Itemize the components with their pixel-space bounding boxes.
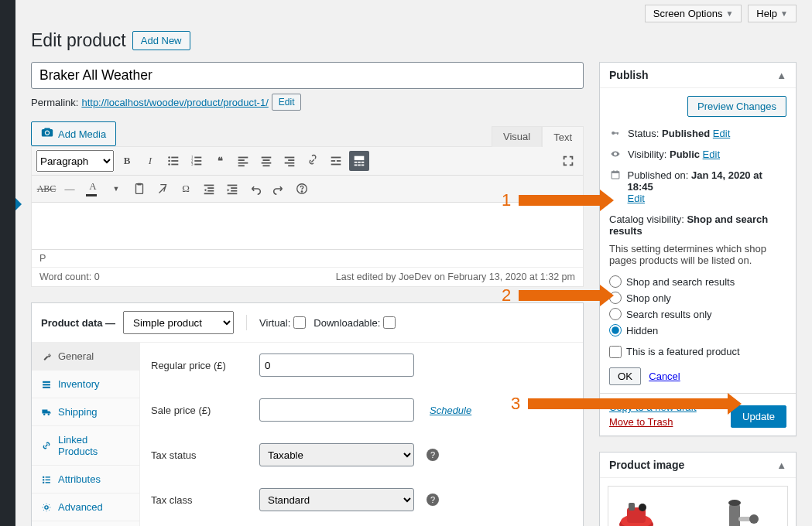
link-icon[interactable] [303, 151, 323, 171]
permalink-link[interactable]: http://localhost/woodev/product/product-… [81, 97, 268, 108]
word-count: Word count: 0 [39, 272, 100, 282]
svg-rect-26 [337, 160, 341, 162]
radio-shop-search[interactable]: Shop and search results [609, 275, 786, 288]
undo-icon[interactable] [245, 179, 266, 199]
indent-icon[interactable] [222, 179, 242, 199]
chevron-down-icon: ▼ [780, 9, 788, 18]
toolbar-toggle-icon[interactable] [349, 151, 369, 171]
radio-search-only[interactable]: Search results only [609, 308, 786, 320]
tab-shipping[interactable]: Shipping [32, 398, 139, 425]
sale-price-input[interactable] [259, 398, 414, 422]
help-icon[interactable] [292, 179, 312, 199]
svg-point-71 [728, 500, 741, 506]
italic-icon[interactable]: I [140, 151, 160, 171]
svg-rect-24 [331, 157, 341, 159]
eye-icon [609, 149, 622, 159]
edit-visibility-link[interactable]: Edit [703, 149, 720, 160]
product-type-select[interactable]: Simple product [123, 311, 234, 334]
product-image-thumbnail[interactable] [608, 486, 788, 526]
svg-text:3: 3 [191, 162, 194, 166]
svg-rect-25 [331, 160, 335, 162]
tab-attributes[interactable]: Attributes [32, 466, 139, 493]
align-left-icon[interactable] [233, 151, 253, 171]
cancel-link[interactable]: Cancel [649, 371, 680, 382]
copy-to-draft-link[interactable]: Copy to a new draft [609, 401, 697, 413]
product-title-input[interactable] [31, 62, 584, 89]
tab-advanced[interactable]: Advanced [32, 494, 139, 521]
edit-permalink-button[interactable]: Edit [272, 94, 302, 111]
format-select[interactable]: Paragraph [36, 150, 114, 172]
tab-general[interactable]: General [32, 343, 139, 370]
svg-rect-62 [612, 172, 619, 173]
help-button[interactable]: Help▼ [748, 5, 797, 22]
radio-hidden[interactable]: Hidden [609, 324, 786, 336]
svg-rect-30 [358, 162, 361, 163]
svg-rect-39 [207, 190, 214, 192]
update-button[interactable]: Update [731, 405, 786, 428]
toggle-panel-icon[interactable]: ▲ [767, 63, 796, 87]
ok-button[interactable]: OK [609, 367, 641, 385]
svg-rect-48 [43, 384, 50, 385]
svg-rect-9 [194, 160, 201, 162]
svg-rect-32 [355, 165, 358, 166]
add-media-button[interactable]: Add Media [31, 121, 116, 146]
svg-rect-35 [136, 184, 143, 194]
svg-rect-49 [43, 386, 50, 388]
preview-changes-button[interactable]: Preview Changes [687, 96, 786, 117]
svg-point-51 [48, 413, 50, 415]
strikethrough-icon[interactable]: ABC [36, 179, 57, 199]
text-color-dropdown-icon[interactable]: ▼ [106, 179, 126, 199]
hr-icon[interactable]: — [60, 179, 80, 199]
downloadable-checkbox[interactable] [383, 316, 396, 329]
virtual-checkbox[interactable] [293, 316, 306, 329]
clear-format-icon[interactable] [152, 179, 173, 199]
radio-shop-only[interactable]: Shop only [609, 292, 786, 304]
bold-icon[interactable]: B [117, 151, 137, 171]
tax-class-select[interactable]: Standard [259, 488, 414, 511]
tax-status-select[interactable]: Taxable [259, 443, 414, 466]
svg-rect-33 [358, 165, 361, 166]
last-edited: Last edited by JoeDev on February 13, 20… [336, 272, 575, 282]
toggle-panel-icon[interactable]: ▲ [767, 453, 796, 477]
add-new-button[interactable]: Add New [132, 31, 190, 50]
product-data-box: Product data — Simple product Virtual: D… [31, 302, 584, 526]
edit-date-link[interactable]: Edit [628, 193, 645, 204]
special-char-icon[interactable]: Ω [176, 179, 196, 199]
svg-rect-23 [288, 165, 294, 166]
align-right-icon[interactable] [279, 151, 300, 171]
svg-point-50 [43, 413, 46, 415]
collapse-menu-icon[interactable] [15, 198, 22, 210]
page-title: Edit product Add New [31, 30, 797, 51]
tab-visual[interactable]: Visual [492, 126, 542, 147]
number-list-icon[interactable]: 123 [187, 151, 207, 171]
featured-checkbox-label[interactable]: This is a featured product [609, 346, 786, 358]
screen-options-button[interactable]: Screen Options▼ [645, 5, 742, 22]
editor-body[interactable] [32, 203, 583, 249]
content-editor: Paragraph B I 123 ❝ [31, 146, 584, 287]
text-color-icon[interactable]: A [83, 179, 103, 199]
help-tip-icon[interactable]: ? [427, 494, 439, 506]
schedule-link[interactable]: Schedule [430, 405, 471, 416]
svg-rect-7 [194, 157, 201, 159]
key-icon [609, 128, 622, 138]
read-more-icon[interactable] [326, 151, 346, 171]
bullet-list-icon[interactable] [163, 151, 183, 171]
svg-rect-64 [616, 170, 617, 172]
tab-inventory[interactable]: Inventory [32, 371, 139, 398]
tab-get-more[interactable]: Get more options [32, 521, 139, 526]
move-to-trash-link[interactable]: Move to Trash [609, 416, 697, 428]
permalink-row: Permalink: http://localhost/woodev/produ… [31, 94, 584, 111]
help-tip-icon[interactable]: ? [427, 449, 439, 461]
align-center-icon[interactable] [256, 151, 276, 171]
tab-linked-products[interactable]: Linked Products [32, 426, 139, 465]
blockquote-icon[interactable]: ❝ [210, 151, 230, 171]
regular-price-input[interactable] [259, 354, 414, 377]
editor-path: P [32, 250, 583, 267]
svg-rect-12 [238, 157, 248, 159]
fullscreen-icon[interactable] [558, 151, 578, 171]
outdent-icon[interactable] [199, 179, 219, 199]
paste-text-icon[interactable] [129, 179, 149, 199]
redo-icon[interactable] [269, 179, 289, 199]
edit-status-link[interactable]: Edit [713, 128, 730, 139]
tab-text[interactable]: Text [542, 126, 584, 147]
